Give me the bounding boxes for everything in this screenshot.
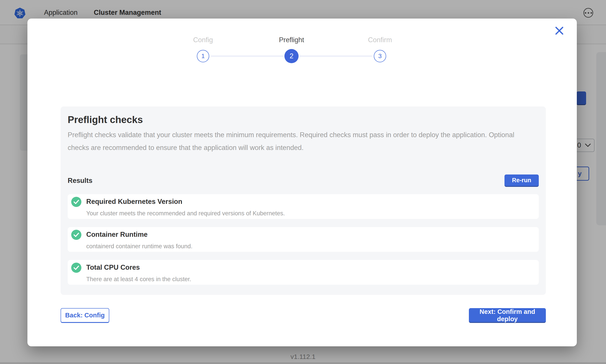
step-config: Config 1 <box>159 36 247 63</box>
check-description: containerd container runtime was found. <box>86 243 193 250</box>
step-config-label: Config <box>193 36 213 44</box>
check-results-list: Required Kubernetes Version Your cluster… <box>68 194 539 285</box>
step-confirm-circle: 3 <box>374 50 386 62</box>
next-confirm-deploy-button[interactable]: Next: Confirm and deploy <box>469 308 546 323</box>
check-description: Your cluster meets the recommended and r… <box>86 210 285 217</box>
back-config-button[interactable]: Back: Config <box>61 308 109 323</box>
preflight-modal: Config 1 Preflight 2 Confirm 3 Preflight… <box>28 19 577 346</box>
check-pass-icon <box>71 263 81 273</box>
check-item-container-runtime: Container Runtime containerd container r… <box>68 227 539 252</box>
results-label: Results <box>68 177 93 185</box>
stepper-connector <box>211 56 284 57</box>
results-header-row: Results Re-run <box>68 174 539 187</box>
step-confirm: Confirm 3 <box>336 36 424 63</box>
check-title: Total CPU Cores <box>86 263 191 272</box>
check-title: Required Kubernetes Version <box>86 197 285 206</box>
close-icon <box>556 27 563 34</box>
step-preflight-circle: 2 <box>284 49 299 63</box>
close-button[interactable] <box>555 26 564 35</box>
step-preflight-label: Preflight <box>279 36 304 44</box>
step-confirm-label: Confirm <box>368 36 392 44</box>
step-config-circle: 1 <box>197 50 209 62</box>
stepper-connector <box>299 56 372 57</box>
check-title: Container Runtime <box>86 230 193 239</box>
preflight-description: Preflight checks validate that your clus… <box>68 129 525 154</box>
check-description: There are at least 4 cores in the cluste… <box>86 275 191 283</box>
check-item-total-cpu-cores: Total CPU Cores There are at least 4 cor… <box>68 260 539 285</box>
wizard-stepper: Config 1 Preflight 2 Confirm 3 <box>159 36 424 63</box>
check-pass-icon <box>71 197 81 207</box>
step-preflight: Preflight 2 <box>247 36 336 63</box>
page-title: Preflight checks <box>68 114 539 125</box>
rerun-button[interactable]: Re-run <box>505 174 539 187</box>
check-item-kubernetes-version: Required Kubernetes Version Your cluster… <box>68 194 539 219</box>
preflight-card: Preflight checks Preflight checks valida… <box>61 106 546 295</box>
check-pass-icon <box>71 230 81 240</box>
